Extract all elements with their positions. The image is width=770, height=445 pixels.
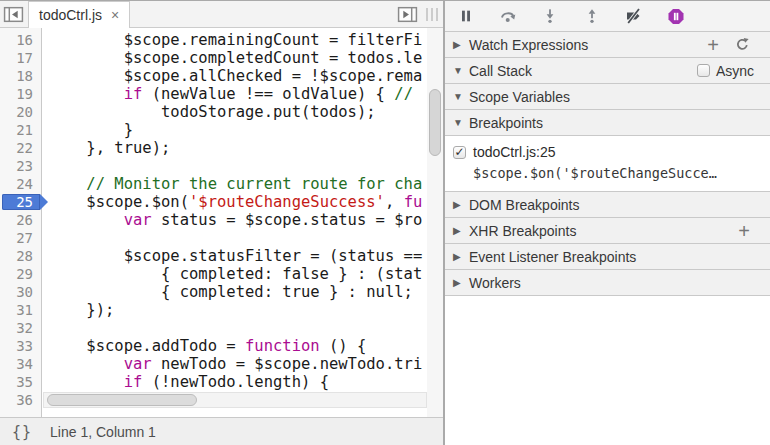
pause-on-exceptions-icon: [667, 7, 685, 26]
editor-tab-bar: todoCtrl.js ×: [0, 1, 443, 28]
pause-on-exceptions-button[interactable]: [667, 7, 685, 25]
breakpoint-checkbox[interactable]: ✓: [453, 146, 466, 159]
editor-panel: todoCtrl.js × 16171819202122232425262728…: [0, 1, 445, 445]
code-line[interactable]: { completed: false } : (stat: [49, 265, 443, 283]
code-line[interactable]: if (!newTodo.length) {: [49, 373, 443, 391]
section-dom-breakpoints[interactable]: ▶ DOM Breakpoints: [445, 192, 770, 218]
chevron-right-icon: ▶: [453, 39, 469, 50]
line-number[interactable]: 27: [0, 229, 41, 247]
show-panel-button[interactable]: [397, 6, 418, 23]
line-number[interactable]: 29: [0, 265, 41, 283]
chevron-right-icon: ▶: [453, 199, 469, 210]
step-into-icon: [542, 7, 558, 25]
add-xhr-breakpoint-button[interactable]: +: [738, 224, 750, 238]
pause-button[interactable]: [457, 7, 475, 25]
line-number[interactable]: 36: [0, 391, 41, 409]
sidebar-empty-area: [445, 296, 770, 445]
code-line[interactable]: $scope.statusFilter = (status ==: [49, 247, 443, 265]
code-line[interactable]: $scope.$on('$routeChangeSuccess', fu: [49, 193, 443, 211]
breakpoint-entry[interactable]: ✓ todoCtrl.js:25 $scope.$on('$routeChang…: [445, 136, 770, 192]
code-lines: $scope.remainingCount = filterFi $scope.…: [43, 28, 443, 417]
step-into-button[interactable]: [541, 7, 559, 25]
step-over-button[interactable]: [499, 7, 517, 25]
code-line[interactable]: $scope.addTodo = function () {: [49, 337, 443, 355]
pause-icon: [458, 8, 474, 24]
refresh-watch-button[interactable]: [735, 37, 750, 52]
editor-status-bar: {} Line 1, Column 1: [0, 417, 443, 445]
section-event-listener-breakpoints[interactable]: ▶ Event Listener Breakpoints: [445, 244, 770, 270]
section-label: Breakpoints: [469, 115, 762, 131]
chevron-right-icon: ▶: [453, 225, 469, 236]
deactivate-breakpoints-button[interactable]: [625, 7, 643, 25]
code-line[interactable]: { completed: true } : null;: [49, 283, 443, 301]
code-line[interactable]: if (newValue !== oldValue) { //: [49, 85, 443, 103]
section-label: Workers: [469, 275, 762, 291]
line-number[interactable]: 23: [0, 157, 41, 175]
chevron-right-icon: ▶: [453, 277, 469, 288]
step-out-icon: [584, 7, 600, 25]
code-line[interactable]: todoStorage.put(todos);: [49, 103, 443, 121]
section-watch-expressions[interactable]: ▶ Watch Expressions +: [445, 32, 770, 58]
xhr-actions: +: [738, 224, 762, 238]
line-number[interactable]: 18: [0, 67, 41, 85]
line-number[interactable]: 22: [0, 139, 41, 157]
line-number[interactable]: 20: [0, 103, 41, 121]
line-number[interactable]: 33: [0, 337, 41, 355]
tab-close-icon[interactable]: ×: [111, 8, 119, 22]
code-line[interactable]: }: [49, 121, 443, 139]
code-line[interactable]: [49, 319, 443, 337]
line-number[interactable]: 21: [0, 121, 41, 139]
line-number[interactable]: 32: [0, 319, 41, 337]
chevron-down-icon: ▼: [453, 117, 469, 128]
line-number[interactable]: 16: [0, 31, 41, 49]
section-label: DOM Breakpoints: [469, 197, 762, 213]
gutter: 1617181920212223242526272829303132333435…: [0, 28, 42, 417]
pretty-print-button[interactable]: {}: [12, 423, 32, 441]
section-scope-variables[interactable]: ▼ Scope Variables: [445, 84, 770, 110]
code-line[interactable]: var status = $scope.status = $ro: [49, 211, 443, 229]
breakpoint-location: todoCtrl.js:25: [473, 144, 555, 160]
code-line[interactable]: $scope.allChecked = !$scope.rema: [49, 67, 443, 85]
code-line[interactable]: // Monitor the current route for cha: [49, 175, 443, 193]
section-label: XHR Breakpoints: [469, 223, 738, 239]
horizontal-scrollbar-thumb[interactable]: [47, 394, 197, 406]
line-number[interactable]: 17: [0, 49, 41, 67]
async-label: Async: [716, 63, 754, 79]
section-call-stack[interactable]: ▼ Call Stack Async: [445, 58, 770, 84]
line-number[interactable]: 34: [0, 355, 41, 373]
panel-right-icon: [397, 6, 418, 23]
line-number[interactable]: 28: [0, 247, 41, 265]
section-breakpoints[interactable]: ▼ Breakpoints: [445, 110, 770, 136]
add-watch-button[interactable]: +: [707, 38, 719, 52]
section-xhr-breakpoints[interactable]: ▶ XHR Breakpoints +: [445, 218, 770, 244]
async-toggle[interactable]: Async: [697, 63, 762, 79]
code-line[interactable]: [49, 157, 443, 175]
async-checkbox[interactable]: [697, 64, 710, 77]
watch-actions: +: [707, 37, 762, 52]
section-label: Event Listener Breakpoints: [469, 249, 762, 265]
line-number[interactable]: 30: [0, 283, 41, 301]
code-line[interactable]: $scope.completedCount = todos.le: [49, 49, 443, 67]
splitter-grip-icon[interactable]: [426, 8, 438, 21]
breakpoint-marker[interactable]: 25: [2, 194, 40, 210]
line-number[interactable]: 35: [0, 373, 41, 391]
chevron-down-icon: ▼: [453, 65, 469, 76]
code-line[interactable]: [49, 229, 443, 247]
line-number[interactable]: 31: [0, 301, 41, 319]
line-number[interactable]: 24: [0, 175, 41, 193]
vertical-scrollbar-thumb[interactable]: [429, 89, 441, 156]
refresh-icon: [735, 37, 750, 52]
line-number[interactable]: 19: [0, 85, 41, 103]
step-over-icon: [499, 7, 517, 25]
code-line[interactable]: $scope.remainingCount = filterFi: [49, 31, 443, 49]
tab-todoctrl[interactable]: todoCtrl.js ×: [28, 1, 130, 28]
section-workers[interactable]: ▶ Workers: [445, 270, 770, 296]
code-line[interactable]: });: [49, 301, 443, 319]
line-number[interactable]: 26: [0, 211, 41, 229]
code-line[interactable]: }, true);: [49, 139, 443, 157]
devtools-sources-panel: todoCtrl.js × 16171819202122232425262728…: [0, 0, 770, 445]
hide-navigator-button[interactable]: [0, 1, 27, 27]
code-line[interactable]: var newTodo = $scope.newTodo.tri: [49, 355, 443, 373]
step-out-button[interactable]: [583, 7, 601, 25]
chevron-down-icon: ▼: [453, 91, 469, 102]
